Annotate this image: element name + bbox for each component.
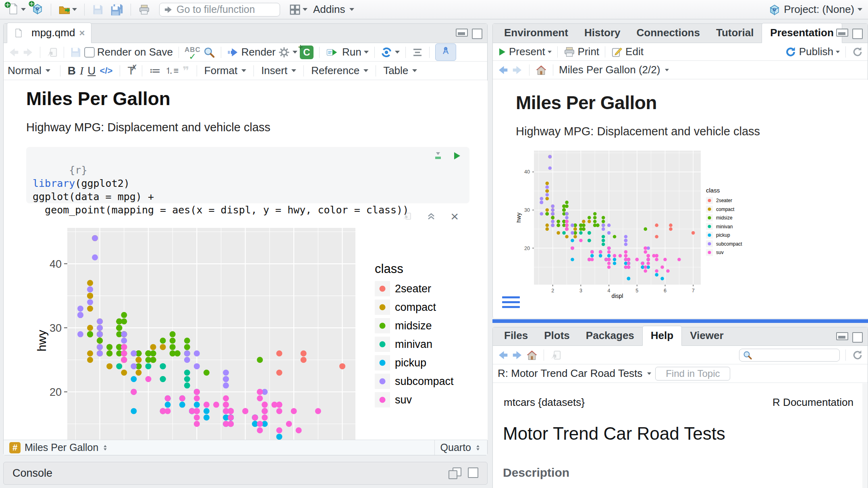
tab-history[interactable]: History (576, 23, 629, 43)
console-restore-icon[interactable] (449, 467, 464, 480)
visual-editor-canvas[interactable]: Miles Per Gallon Highway MPG: Displaceme… (4, 81, 488, 440)
print-button[interactable]: Print (578, 45, 599, 58)
topic-selector[interactable]: R: Motor Trend Car Road Tests (498, 367, 651, 380)
tab-close-icon[interactable]: × (79, 27, 85, 39)
maximize-pane-icon[interactable] (472, 29, 482, 39)
render-on-save-checkbox[interactable] (84, 47, 95, 58)
help-refresh-icon[interactable] (851, 349, 864, 361)
help-forward-icon[interactable] (511, 349, 523, 361)
tab-environment[interactable]: Environment (496, 23, 576, 43)
chunk-settings-gear-icon[interactable] (278, 46, 290, 58)
rt-minimize-icon[interactable] (836, 29, 848, 37)
console-maximize-icon[interactable] (468, 467, 478, 478)
collapse-output-icon[interactable] (426, 211, 436, 221)
numbered-list-icon[interactable]: ⒈≡ (165, 66, 179, 75)
help-scrollbar[interactable] (862, 383, 867, 488)
svg-text:class: class (375, 262, 403, 276)
search-doc-icon[interactable] (203, 46, 215, 58)
tab-help[interactable]: Help (642, 326, 682, 346)
render-label[interactable]: Render (241, 46, 276, 58)
project-menu-button[interactable]: Project: (None) (768, 3, 862, 16)
svg-text:hwy: hwy (35, 330, 48, 351)
rb-minimize-icon[interactable] (836, 332, 848, 340)
slide-home-icon[interactable] (535, 64, 547, 76)
tab-plots[interactable]: Plots (536, 326, 578, 345)
help-back-icon[interactable] (497, 349, 509, 361)
tab-packages[interactable]: Packages (578, 326, 642, 345)
save-all-button[interactable] (108, 2, 125, 17)
tab-tutorial[interactable]: Tutorial (708, 23, 762, 43)
slide-forward-icon[interactable] (511, 64, 523, 76)
run-chunk-icon[interactable] (452, 151, 461, 161)
run-all-above-icon[interactable] (433, 151, 443, 161)
qmd-file-icon (14, 28, 23, 38)
goto-file-input[interactable]: Go to file/function (159, 3, 280, 17)
publish-button[interactable]: Publish (799, 45, 833, 58)
rb-maximize-icon[interactable] (852, 332, 863, 343)
paragraph-style-select[interactable]: Normal (8, 64, 53, 77)
mode-selector[interactable]: Quarto (434, 440, 487, 455)
bold-button[interactable]: B (68, 65, 76, 77)
clear-output-icon[interactable]: × (451, 212, 459, 220)
refresh-presentation-icon[interactable] (851, 46, 864, 58)
render-icon[interactable] (227, 46, 239, 58)
slide-menu-icon[interactable] (502, 296, 520, 311)
new-project-button[interactable] (30, 2, 45, 18)
tab-viewer[interactable]: Viewer (682, 326, 731, 345)
bullet-list-icon[interactable]: ≔ (150, 65, 161, 77)
rt-maximize-icon[interactable] (852, 29, 863, 39)
svg-text:hwy: hwy (517, 213, 522, 223)
code-button[interactable]: </> (100, 66, 113, 76)
find-in-topic-input[interactable]: Find in Topic (655, 367, 730, 380)
open-file-button[interactable] (57, 2, 79, 17)
insert-chunk-icon[interactable]: C+ (300, 45, 314, 59)
svg-text:pickup: pickup (395, 357, 426, 369)
popout-icon[interactable] (46, 46, 58, 58)
forward-icon[interactable] (22, 46, 34, 58)
pane-layout-button[interactable] (287, 2, 309, 17)
run-icon[interactable] (325, 46, 340, 58)
mode-sort-icon (474, 444, 482, 451)
back-icon[interactable] (8, 46, 20, 58)
reference-menu[interactable]: Reference (311, 64, 368, 77)
tab-connections[interactable]: Connections (629, 23, 708, 43)
format-menu[interactable]: Format (204, 64, 246, 77)
tab-mpg-qmd[interactable]: mpg.qmd × (7, 23, 91, 43)
source-rerun-icon[interactable] (380, 46, 392, 58)
svg-text:suv: suv (395, 394, 412, 406)
run-label[interactable]: Run (342, 46, 361, 58)
visual-editor-toggle[interactable] (435, 43, 456, 61)
addins-button[interactable]: Addins (311, 2, 356, 17)
svg-text:20: 20 (50, 386, 62, 398)
source-toolbar: Render on Save ABC✓ Render C+ Run (4, 43, 487, 62)
console-pane[interactable]: Console (3, 462, 488, 485)
spellcheck-icon[interactable]: ABC✓ (185, 45, 201, 60)
underline-button[interactable]: U (87, 65, 96, 77)
source-status-bar: # Miles Per Gallon Quarto (4, 440, 487, 455)
minimize-pane-icon[interactable] (456, 29, 468, 37)
slide-location-select[interactable]: Miles Per Gallon (2/2) (559, 64, 669, 76)
table-menu[interactable]: Table (383, 64, 417, 77)
slide-back-icon[interactable] (497, 64, 509, 76)
blockquote-icon[interactable]: ❞ (183, 65, 189, 77)
clear-format-icon[interactable]: T✗ (127, 65, 134, 77)
save-button[interactable] (90, 2, 106, 17)
new-project-icon (31, 3, 44, 17)
outline-toggle-icon[interactable] (411, 46, 424, 58)
present-button[interactable]: Present (509, 45, 545, 58)
output-popout-icon[interactable] (402, 211, 412, 221)
help-home-icon[interactable] (526, 349, 538, 361)
pane-splitter[interactable] (492, 319, 868, 323)
edit-button[interactable]: Edit (625, 45, 644, 58)
section-selector[interactable]: Miles Per Gallon (25, 442, 109, 453)
new-file-button[interactable] (6, 2, 27, 18)
help-popout-icon[interactable] (550, 349, 562, 361)
code-chunk[interactable]: {r}library(ggplot2)ggplot(data = mpg) + … (26, 147, 469, 203)
italic-button[interactable]: I (80, 65, 83, 77)
insert-menu[interactable]: Insert (261, 64, 296, 77)
tab-files[interactable]: Files (496, 326, 536, 345)
print-button[interactable] (137, 2, 152, 17)
tab-presentation[interactable]: Presentation (762, 23, 842, 43)
help-search-input[interactable] (739, 349, 840, 362)
save-doc-icon[interactable] (70, 46, 82, 58)
